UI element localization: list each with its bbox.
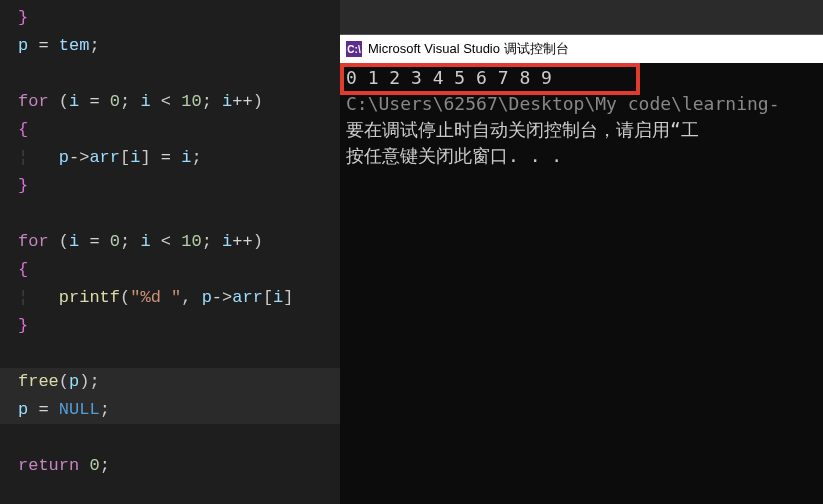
console-path-line: C:\Users\62567\Desktop\My code\learning-	[346, 91, 817, 117]
editor-top-dark	[340, 0, 823, 34]
code-line: ¦ p->arr[i] = i;	[18, 144, 340, 172]
console-msg-line: 按任意键关闭此窗口. . .	[346, 143, 817, 169]
console-window[interactable]: C:\ Microsoft Visual Studio 调试控制台 0 1 2 …	[340, 34, 823, 504]
code-line: p = tem;	[18, 32, 340, 60]
code-line: for (i = 0; i < 10; i++)	[18, 88, 340, 116]
code-line: free(p);	[0, 368, 340, 396]
console-body[interactable]: 0 1 2 3 4 5 6 7 8 9 C:\Users\62567\Deskt…	[340, 63, 823, 171]
code-line	[18, 340, 340, 368]
code-line: {	[18, 116, 340, 144]
code-line-current: p = NULL;	[0, 396, 340, 424]
console-output-line: 0 1 2 3 4 5 6 7 8 9	[346, 65, 817, 91]
console-title: Microsoft Visual Studio 调试控制台	[368, 40, 569, 58]
code-editor[interactable]: } p = tem; for (i = 0; i < 10; i++) { ¦ …	[0, 0, 340, 504]
console-icon: C:\	[346, 41, 362, 57]
code-line	[18, 60, 340, 88]
code-line: }	[18, 4, 340, 32]
code-line: ¦ printf("%d ", p->arr[i]	[18, 284, 340, 312]
code-line	[18, 424, 340, 452]
code-line	[18, 200, 340, 228]
code-line: }	[18, 172, 340, 200]
code-line: }	[18, 312, 340, 340]
code-line: {	[18, 256, 340, 284]
console-msg-line: 要在调试停止时自动关闭控制台，请启用“工	[346, 117, 817, 143]
console-titlebar[interactable]: C:\ Microsoft Visual Studio 调试控制台	[340, 35, 823, 63]
code-line: for (i = 0; i < 10; i++)	[18, 228, 340, 256]
code-line: return 0;	[18, 452, 340, 480]
